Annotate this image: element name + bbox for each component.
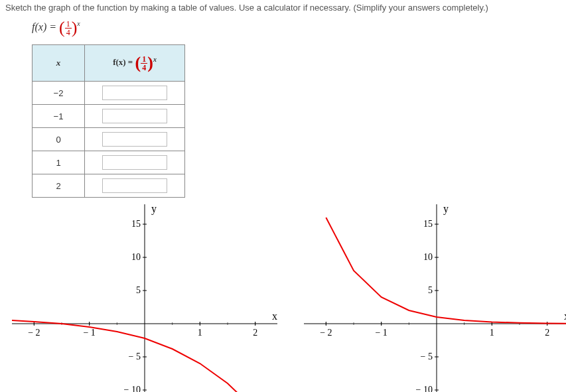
- x-tick-label: 1: [490, 328, 494, 338]
- y-tick-label: 10: [131, 252, 141, 262]
- values-table: x f(x) = (14)x −2−1012: [32, 44, 185, 198]
- fx-input[interactable]: [102, 86, 167, 100]
- table-header-x: x: [33, 45, 85, 82]
- lparen-icon: (: [59, 18, 65, 37]
- fx-cell: [85, 151, 185, 174]
- fraction: 14: [141, 55, 147, 72]
- x-tick-label: 2: [253, 328, 257, 338]
- table-row: 1: [33, 151, 185, 174]
- x-tick-label: − 2: [28, 328, 40, 338]
- y-axis-label: y: [443, 204, 449, 215]
- fraction-numerator: 1: [141, 55, 147, 64]
- table-row: 0: [33, 128, 185, 151]
- fx-lhs: f(x) =: [32, 21, 59, 33]
- x-value: 2: [33, 174, 85, 198]
- fx-cell: [85, 128, 185, 151]
- x-tick-label: 1: [198, 328, 202, 338]
- x-axis-label: x: [272, 310, 277, 322]
- fx-input[interactable]: [102, 178, 167, 193]
- lparen-icon: (: [135, 53, 141, 72]
- x-value: −1: [33, 105, 85, 128]
- chart-option-b[interactable]: − 2− 112− 10− 551015xy: [304, 204, 566, 392]
- x-tick-label: − 1: [83, 328, 95, 338]
- charts-container: − 2− 112− 10− 551015xy − 2− 112− 10− 551…: [12, 204, 561, 392]
- fraction-numerator: 1: [65, 20, 72, 29]
- exponent: x: [77, 20, 80, 27]
- fx-header-lhs: f(x) =: [113, 57, 135, 67]
- x-tick-label: − 2: [320, 328, 332, 338]
- fx-cell: [85, 174, 185, 198]
- fraction: 14: [65, 20, 72, 36]
- rparen-icon: ): [147, 53, 153, 72]
- curve-b: [326, 218, 566, 324]
- y-axis-label: y: [151, 204, 157, 215]
- x-tick-label: 2: [545, 328, 549, 338]
- y-tick-label: − 10: [124, 385, 141, 392]
- fx-input[interactable]: [102, 109, 167, 123]
- table-row: −2: [33, 82, 185, 105]
- question-instructions: Sketch the graph of the function by maki…: [5, 3, 561, 13]
- y-tick-label: 5: [136, 285, 141, 295]
- y-tick-label: − 10: [416, 385, 433, 392]
- fx-input[interactable]: [102, 155, 167, 170]
- fraction-denominator: 4: [141, 64, 147, 72]
- function-definition: f(x) = (14)x: [32, 19, 561, 36]
- y-tick-label: − 5: [421, 352, 433, 361]
- fx-cell: [85, 105, 185, 128]
- x-value: 1: [33, 151, 85, 174]
- table-row: −1: [33, 105, 185, 128]
- fx-input[interactable]: [102, 132, 167, 147]
- table-row: 2: [33, 174, 185, 198]
- chart-option-a[interactable]: − 2− 112− 10− 551015xy: [12, 204, 277, 392]
- table-header-fx: f(x) = (14)x: [85, 45, 185, 82]
- x-tick-label: − 1: [375, 328, 387, 338]
- y-tick-label: 15: [423, 219, 433, 229]
- x-value: −2: [33, 82, 85, 105]
- y-tick-label: − 5: [129, 352, 141, 361]
- exponent: x: [153, 56, 157, 63]
- x-value: 0: [33, 128, 85, 151]
- y-tick-label: 15: [131, 219, 141, 229]
- y-tick-label: 10: [423, 252, 433, 262]
- y-tick-label: 5: [428, 285, 433, 295]
- fraction-denominator: 4: [65, 29, 72, 36]
- fx-cell: [85, 82, 185, 105]
